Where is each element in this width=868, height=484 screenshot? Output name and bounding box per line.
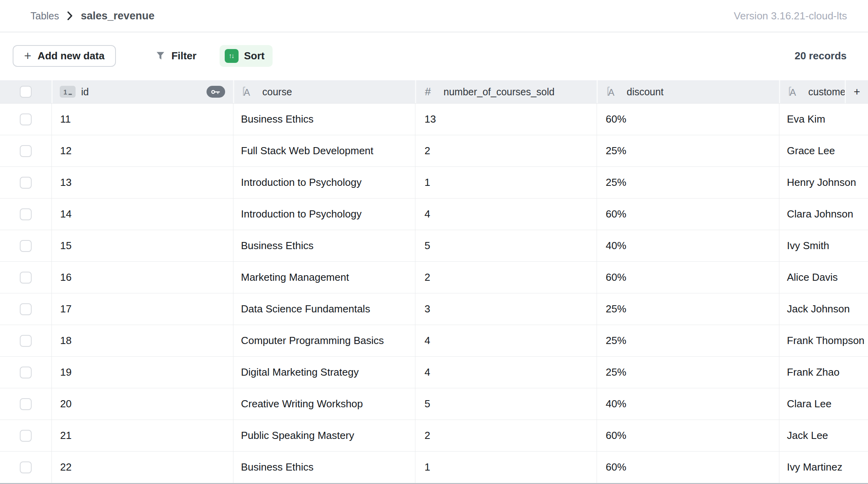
- cell-course[interactable]: Introduction to Psychology: [233, 199, 415, 230]
- cell-course[interactable]: Business Ethics: [233, 452, 415, 483]
- cell-customer[interactable]: Frank Zhao: [779, 357, 868, 388]
- cell-course[interactable]: Business Ethics: [233, 230, 415, 261]
- cell-discount[interactable]: 60%: [597, 199, 779, 230]
- grid-body: 11 Business Ethics 13 60% Eva Kim 12 Ful…: [0, 104, 868, 483]
- cell-number-of-courses-sold[interactable]: 2: [415, 420, 597, 451]
- cell-number-of-courses-sold[interactable]: 4: [415, 199, 597, 230]
- cell-customer[interactable]: Eva Kim: [779, 104, 868, 135]
- row-checkbox[interactable]: [20, 461, 32, 473]
- cell-number-of-courses-sold[interactable]: 5: [415, 388, 597, 420]
- cell-course[interactable]: Business Ethics: [233, 104, 415, 135]
- cell-customer[interactable]: Ivy Smith: [779, 230, 868, 261]
- cell-id[interactable]: 18: [51, 325, 233, 356]
- cell-id[interactable]: 14: [51, 199, 233, 230]
- row-checkbox[interactable]: [20, 367, 32, 378]
- table-row: 14 Introduction to Psychology 4 60% Clar…: [0, 199, 868, 230]
- row-checkbox[interactable]: [20, 398, 32, 410]
- cell-customer[interactable]: Alice Davis: [779, 262, 868, 293]
- row-checkbox[interactable]: [20, 303, 32, 315]
- cell-id[interactable]: 13: [51, 167, 233, 198]
- row-checkbox[interactable]: [20, 430, 32, 442]
- cell-number-of-courses-sold[interactable]: 4: [415, 325, 597, 356]
- cell-customer[interactable]: Henry Johnson: [779, 167, 868, 198]
- column-header-customer[interactable]: ſA customer: [779, 80, 845, 103]
- cell-id[interactable]: 21: [51, 420, 233, 451]
- filter-button[interactable]: Filter: [150, 46, 202, 66]
- cell-discount[interactable]: 25%: [597, 135, 779, 166]
- cell-course[interactable]: Digital Marketing Strategy: [233, 357, 415, 388]
- cell-discount[interactable]: 60%: [597, 452, 779, 483]
- cell-course[interactable]: Full Stack Web Development: [233, 135, 415, 166]
- row-select-cell: [0, 388, 51, 420]
- cell-number-of-courses-sold[interactable]: 2: [415, 262, 597, 293]
- cell-id[interactable]: 19: [51, 357, 233, 388]
- cell-customer[interactable]: Clara Lee: [779, 388, 868, 420]
- row-checkbox[interactable]: [20, 208, 32, 220]
- cell-number-of-courses-sold[interactable]: 1: [415, 452, 597, 483]
- topbar: Tables sales_revenue Version 3.16.21-clo…: [0, 0, 868, 32]
- cell-course[interactable]: Creative Writing Workshop: [233, 388, 415, 420]
- cell-customer[interactable]: Grace Lee: [779, 135, 868, 166]
- cell-discount[interactable]: 25%: [597, 293, 779, 325]
- cell-number-of-courses-sold[interactable]: 13: [415, 104, 597, 135]
- record-count: 20 records: [794, 50, 847, 62]
- row-checkbox[interactable]: [20, 177, 32, 189]
- column-header-id[interactable]: 1 id: [51, 80, 233, 103]
- row-select-cell: [0, 452, 51, 483]
- cell-discount[interactable]: 25%: [597, 167, 779, 198]
- cell-id[interactable]: 20: [51, 388, 233, 420]
- cell-discount[interactable]: 60%: [597, 104, 779, 135]
- cell-course[interactable]: Data Science Fundamentals: [233, 293, 415, 325]
- cell-discount[interactable]: 60%: [597, 420, 779, 451]
- cell-id[interactable]: 22: [51, 452, 233, 483]
- sort-icon: ↑↓: [225, 49, 239, 63]
- cell-customer[interactable]: Jack Lee: [779, 420, 868, 451]
- cell-id[interactable]: 11: [51, 104, 233, 135]
- cell-discount[interactable]: 40%: [597, 230, 779, 261]
- cell-course[interactable]: Computer Programming Basics: [233, 325, 415, 356]
- cell-discount[interactable]: 60%: [597, 262, 779, 293]
- column-label-number-of-courses-sold: number_of_courses_sold: [443, 86, 555, 98]
- add-column-button[interactable]: +: [845, 80, 868, 103]
- row-checkbox[interactable]: [20, 240, 32, 252]
- row-select-cell: [0, 293, 51, 325]
- row-checkbox[interactable]: [20, 113, 32, 125]
- cell-course[interactable]: Introduction to Psychology: [233, 167, 415, 198]
- sort-button[interactable]: ↑↓ Sort: [220, 45, 273, 67]
- column-header-discount[interactable]: ſA discount: [597, 80, 779, 103]
- add-new-data-button[interactable]: + Add new data: [13, 45, 116, 67]
- breadcrumb-tables-link[interactable]: Tables: [30, 10, 59, 22]
- column-header-number-of-courses-sold[interactable]: # number_of_courses_sold: [415, 80, 597, 103]
- cell-customer[interactable]: Clara Johnson: [779, 199, 868, 230]
- cell-course[interactable]: Marketing Management: [233, 262, 415, 293]
- cell-number-of-courses-sold[interactable]: 2: [415, 135, 597, 166]
- row-id-type-icon: 1: [60, 86, 76, 98]
- cell-number-of-courses-sold[interactable]: 4: [415, 357, 597, 388]
- breadcrumb-table-name[interactable]: sales_revenue: [81, 10, 154, 22]
- cell-discount[interactable]: 25%: [597, 325, 779, 356]
- cell-id[interactable]: 15: [51, 230, 233, 261]
- table-row: 11 Business Ethics 13 60% Eva Kim: [0, 104, 868, 135]
- row-checkbox[interactable]: [20, 145, 32, 157]
- cell-id[interactable]: 17: [51, 293, 233, 325]
- cell-id[interactable]: 16: [51, 262, 233, 293]
- version-label: Version 3.16.21-cloud-lts: [734, 10, 847, 22]
- column-header-course[interactable]: ſA course: [233, 80, 415, 103]
- cell-number-of-courses-sold[interactable]: 3: [415, 293, 597, 325]
- row-checkbox[interactable]: [20, 335, 32, 347]
- cell-customer[interactable]: Frank Thompson: [779, 325, 868, 356]
- cell-number-of-courses-sold[interactable]: 1: [415, 167, 597, 198]
- text-type-icon: ſA: [788, 86, 803, 97]
- cell-customer[interactable]: Ivy Martinez: [779, 452, 868, 483]
- cell-customer[interactable]: Jack Johnson: [779, 293, 868, 325]
- cell-discount[interactable]: 40%: [597, 388, 779, 420]
- row-checkbox[interactable]: [20, 272, 32, 284]
- cell-id[interactable]: 12: [51, 135, 233, 166]
- chevron-right-icon: [67, 11, 73, 20]
- select-all-checkbox[interactable]: [20, 86, 32, 98]
- cell-course[interactable]: Public Speaking Mastery: [233, 420, 415, 451]
- row-select-cell: [0, 357, 51, 388]
- cell-number-of-courses-sold[interactable]: 5: [415, 230, 597, 261]
- cell-discount[interactable]: 25%: [597, 357, 779, 388]
- table-row: 13 Introduction to Psychology 1 25% Henr…: [0, 167, 868, 199]
